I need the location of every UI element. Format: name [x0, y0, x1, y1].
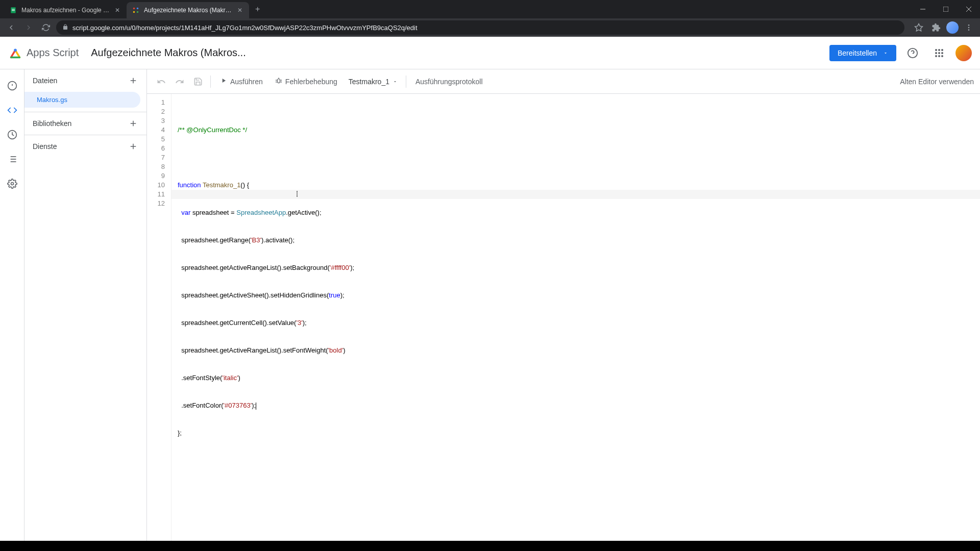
svg-point-3 [133, 8, 135, 10]
code-editor[interactable]: 123456789101112 /** @OnlyCurrentDoc */ f… [147, 94, 980, 541]
svg-rect-1 [12, 9, 15, 10]
deploy-label: Bereitstellen [838, 49, 877, 57]
new-tab-button[interactable]: + [249, 5, 266, 14]
appscript-favicon [132, 6, 140, 14]
add-service-icon[interactable] [128, 141, 138, 152]
deploy-button[interactable]: Bereitstellen [829, 45, 896, 61]
minimize-icon[interactable] [911, 0, 934, 18]
lock-icon [62, 24, 68, 32]
old-editor-link[interactable]: Alten Editor verwenden [900, 78, 974, 86]
url-bar[interactable]: script.google.com/u/0/home/projects/1M14… [56, 20, 904, 35]
url-text: script.google.com/u/0/home/projects/1M14… [72, 24, 418, 32]
forward-icon[interactable] [21, 20, 36, 35]
app-logo[interactable]: Apps Script [8, 46, 79, 60]
function-name: Testmakro_1 [349, 78, 389, 86]
executions-icon[interactable] [2, 149, 22, 169]
svg-rect-28 [277, 79, 280, 83]
svg-point-12 [968, 24, 970, 26]
star-icon[interactable] [912, 20, 926, 35]
add-file-icon[interactable] [128, 76, 138, 86]
tab-title: Aufgezeichnete Makros (Makros [144, 7, 232, 14]
settings-icon[interactable] [2, 173, 22, 194]
close-icon[interactable]: ✕ [113, 6, 121, 14]
save-button[interactable] [190, 73, 206, 90]
browser-tab-sheets[interactable]: Makros aufzeichnen - Google Ta ✕ [4, 2, 127, 18]
app-header: Apps Script Aufgezeichnete Makros (Makro… [0, 37, 980, 69]
menu-icon[interactable] [962, 20, 976, 35]
tab-title: Makros aufzeichnen - Google Ta [21, 7, 109, 14]
editor-icon[interactable] [2, 100, 22, 120]
apps-icon[interactable] [929, 43, 949, 63]
reload-icon[interactable] [39, 20, 53, 35]
back-icon[interactable] [4, 20, 18, 35]
project-title[interactable]: Aufgezeichnete Makros (Makros... [91, 47, 246, 59]
run-button[interactable]: Ausführen [215, 73, 268, 90]
window-close-icon[interactable] [957, 0, 980, 18]
browser-tabs: Makros aufzeichnen - Google Ta ✕ Aufgeze… [0, 0, 980, 18]
sidebar: Dateien Makros.gs Bibliotheken Dienste [24, 69, 147, 541]
help-icon[interactable] [902, 43, 923, 63]
svg-rect-8 [943, 7, 948, 12]
svg-point-6 [137, 11, 139, 13]
current-line-highlight [172, 190, 980, 199]
browser-tab-appscript[interactable]: Aufgezeichnete Makros (Makros ✕ [127, 2, 249, 18]
bug-icon [275, 77, 282, 86]
editor-toolbar: Ausführen Fehlerbehebung Testmakro_1 Aus… [147, 69, 980, 94]
log-label: Ausführungsprotokoll [415, 78, 483, 86]
browser-toolbar: script.google.com/u/0/home/projects/1M14… [0, 18, 980, 37]
run-label: Ausführen [230, 78, 263, 86]
svg-point-14 [968, 29, 970, 31]
extensions-icon[interactable] [929, 20, 943, 35]
function-select[interactable]: Testmakro_1 [345, 78, 402, 86]
ibeam-cursor-icon [297, 188, 298, 200]
editor-area: Ausführen Fehlerbehebung Testmakro_1 Aus… [147, 69, 980, 541]
overview-icon[interactable] [2, 76, 22, 96]
svg-point-27 [11, 183, 13, 185]
account-avatar[interactable] [955, 45, 972, 61]
debug-label: Fehlerbehebung [285, 78, 337, 86]
libraries-header: Bibliotheken [24, 112, 146, 135]
files-header: Dateien [24, 69, 146, 92]
debug-button[interactable]: Fehlerbehebung [270, 73, 342, 90]
appscript-logo-icon [8, 46, 22, 60]
svg-point-15 [14, 48, 17, 52]
close-icon[interactable]: ✕ [236, 6, 244, 14]
redo-button[interactable] [172, 73, 188, 90]
undo-button[interactable] [153, 73, 169, 90]
text-cursor [256, 403, 256, 410]
chevron-down-icon [883, 49, 888, 57]
file-item-makros[interactable]: Makros.gs [24, 92, 140, 108]
triggers-icon[interactable] [2, 124, 22, 145]
profile-avatar[interactable] [946, 21, 959, 34]
add-library-icon[interactable] [128, 118, 138, 129]
chevron-down-icon [393, 78, 398, 86]
sheets-favicon [9, 6, 17, 14]
app-name: Apps Script [27, 47, 79, 59]
code-content[interactable]: /** @OnlyCurrentDoc */ function Testmakr… [172, 94, 980, 541]
files-label: Dateien [33, 77, 57, 85]
play-icon [220, 77, 227, 86]
nav-rail [0, 69, 24, 541]
svg-point-5 [133, 11, 135, 13]
svg-point-13 [968, 27, 970, 29]
services-label: Dienste [33, 142, 57, 151]
svg-point-4 [137, 8, 139, 10]
libraries-label: Bibliotheken [33, 119, 71, 128]
execution-log-button[interactable]: Ausführungsprotokoll [410, 73, 488, 90]
svg-rect-2 [12, 10, 15, 11]
svg-marker-11 [915, 24, 923, 31]
line-gutter: 123456789101112 [147, 94, 172, 541]
maximize-icon[interactable] [934, 0, 957, 18]
services-header: Dienste [24, 135, 146, 158]
